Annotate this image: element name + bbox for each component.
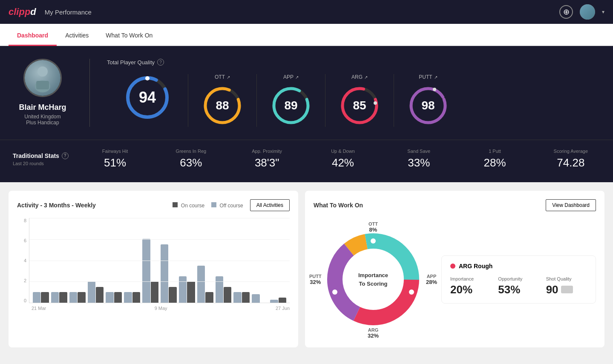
tab-dashboard[interactable]: Dashboard — [9, 26, 57, 46]
label-ott: OTT 8% — [368, 221, 378, 233]
chart-header: Activity - 3 Months - Weekly On course O… — [17, 199, 290, 211]
bar-on-1 — [59, 292, 67, 303]
activity-panel: Activity - 3 Months - Weekly On course O… — [9, 191, 298, 347]
player-handicap: Plus Handicap — [26, 120, 59, 126]
bar-group-11 — [233, 292, 250, 303]
bar-on-9 — [205, 292, 213, 303]
donut-center-text: ImportanceTo Scoring — [358, 271, 388, 288]
label-app: APP 28% — [426, 274, 437, 285]
bar-off-2 — [69, 292, 77, 303]
bar-on-5 — [132, 292, 140, 303]
tab-activities[interactable]: Activities — [57, 26, 97, 46]
detail-dot — [450, 264, 455, 269]
detail-card-title: ARG Rough — [450, 263, 587, 269]
stat-proximity: App. Proximity 38'3" — [238, 149, 296, 169]
bar-on-3 — [96, 287, 104, 303]
score-gauges: 94 OTT ↗ 88 — [107, 74, 600, 127]
label-arg: ARG 32% — [368, 327, 379, 339]
player-avatar-image — [25, 60, 60, 96]
arrow-icon: ↗ — [295, 75, 299, 80]
label-putt: PUTT 32% — [309, 274, 322, 285]
arrow-icon: ↗ — [364, 75, 368, 80]
gauge-ott: OTT ↗ 88 — [188, 74, 257, 127]
bar-group-13 — [270, 298, 286, 303]
arrow-icon: ↗ — [434, 75, 437, 80]
vertical-divider — [89, 59, 90, 127]
bar-off-8 — [179, 276, 187, 303]
bar-off-0 — [33, 292, 40, 303]
bar-group-2 — [69, 292, 86, 303]
opportunity-value: 53% — [498, 283, 539, 296]
view-dashboard-button[interactable]: View Dashboard — [546, 199, 596, 211]
tpq-help-icon[interactable]: ? — [157, 59, 164, 66]
bar-on-8 — [187, 281, 195, 303]
all-activities-button[interactable]: All Activities — [250, 199, 290, 211]
bar-group-4 — [106, 292, 122, 303]
gauge-putt-label: PUTT ↗ — [419, 74, 437, 80]
scores-section: Total Player Quality ? 94 — [107, 59, 600, 127]
y-label-8: 8 — [24, 218, 26, 223]
gauge-app: APP ↗ 89 — [257, 74, 325, 127]
stat-fairways: Fairways Hit 51% — [86, 149, 144, 169]
nav-title: My Performance — [45, 9, 92, 16]
stat-sandsave: Sand Save 33% — [389, 149, 448, 169]
plus-icon: ⊕ — [563, 7, 570, 17]
logo: clippd — [9, 6, 36, 17]
main-gauge-wrap: 94 — [124, 74, 171, 121]
donut-center-label: ImportanceTo Scoring — [358, 271, 388, 288]
importance-value: 20% — [450, 283, 491, 296]
player-name: Blair McHarg — [19, 103, 66, 112]
player-info: Blair McHarg United Kingdom Plus Handica… — [13, 59, 72, 126]
stat-greens: Greens In Reg 63% — [161, 149, 220, 169]
bar-group-8 — [179, 276, 195, 303]
y-label-2: 2 — [24, 278, 26, 283]
wtwo-detail: ARG Rough Importance 20% Opportunity — [441, 255, 596, 304]
gauge-ott-label: OTT ↗ — [215, 74, 230, 80]
x-label-may: 9 May — [155, 306, 167, 311]
top-nav: clippd My Performance ⊕ ▾ — [0, 0, 613, 24]
bar-on-13 — [279, 298, 286, 303]
svg-point-12 — [374, 101, 377, 105]
gauge-putt: PUTT ↗ 98 — [394, 74, 462, 127]
svg-rect-2 — [36, 81, 49, 89]
bar-off-7 — [161, 244, 168, 303]
metric-importance: Importance 20% — [450, 276, 491, 296]
svg-point-21 — [371, 238, 376, 244]
metric-shot-quality: Shot Quality 90 — [546, 276, 587, 296]
detail-metrics: Importance 20% Opportunity 53% — [450, 276, 587, 296]
stat-updown: Up & Down 42% — [314, 149, 372, 169]
app-score: 89 — [284, 99, 297, 112]
chevron-down-icon: ▾ — [602, 9, 604, 15]
bar-on-11 — [242, 292, 250, 303]
avatar-image — [580, 4, 595, 20]
tpq-label: Total Player Quality ? — [107, 59, 600, 66]
bar-group-10 — [216, 276, 232, 303]
trad-help-icon[interactable]: ? — [62, 152, 69, 159]
bar-on-4 — [114, 292, 122, 303]
bar-group-7 — [161, 244, 177, 303]
legend-off-course: Off course — [211, 202, 243, 209]
stat-oneputt: 1 Putt 28% — [465, 149, 524, 169]
shot-quality-value: 90 — [546, 283, 587, 296]
legend-on-course: On course — [173, 202, 204, 209]
gauge-arg-label: ARG ↗ — [351, 74, 368, 80]
avatar[interactable] — [580, 4, 595, 20]
wtwo-title: What To Work On — [314, 202, 363, 209]
chart-title: Activity - 3 Months - Weekly — [17, 202, 96, 209]
main-score-value: 94 — [139, 89, 156, 106]
arrow-icon: ↗ — [227, 75, 230, 80]
ott-score: 88 — [216, 99, 229, 112]
gauge-app-label: APP ↗ — [283, 74, 299, 80]
tabs-bar: Dashboard Activities What To Work On — [0, 24, 613, 46]
bar-off-6 — [142, 239, 150, 303]
tab-what-to-work-on[interactable]: What To Work On — [97, 26, 161, 46]
svg-point-0 — [37, 66, 48, 77]
nav-left: clippd My Performance — [9, 6, 92, 17]
bar-group-3 — [88, 281, 104, 303]
x-label-jun: 27 Jun — [276, 306, 290, 311]
svg-point-23 — [332, 289, 337, 295]
add-button[interactable]: ⊕ — [559, 5, 573, 19]
bar-group-6 — [142, 239, 158, 303]
arg-score: 85 — [353, 99, 366, 112]
bar-off-11 — [233, 292, 241, 303]
